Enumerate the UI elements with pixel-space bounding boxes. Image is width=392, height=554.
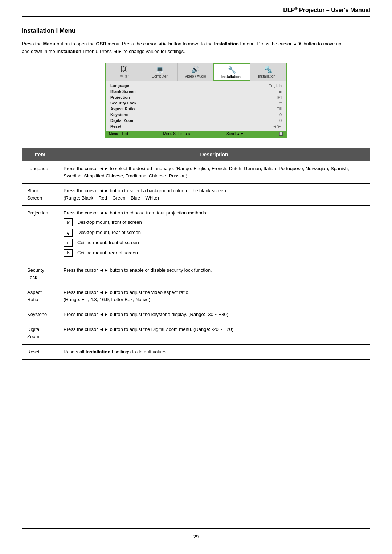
- proj-method-desktop-front: P Desktop mount, front of screen: [64, 218, 365, 226]
- osd-menu-image: 🖼 Image 💻 Computer 🔊 Video / Audio 🔧 Ins…: [22, 63, 370, 138]
- item-blank-screen: BlankScreen: [22, 184, 58, 206]
- osd-tab-installation-i: 🔧 Installation I: [213, 63, 250, 81]
- proj-label-desktop-front: Desktop mount, front of screen: [77, 219, 142, 226]
- osd-tab-installation-ii: 🔩 Installation II: [250, 63, 286, 81]
- osd-box: 🖼 Image 💻 Computer 🔊 Video / Audio 🔧 Ins…: [105, 63, 287, 138]
- section-heading: Installation I Menu: [22, 27, 370, 34]
- item-projection: Projection: [22, 206, 58, 263]
- desc-projection: Press the cursor ◄► button to choose fro…: [58, 206, 370, 263]
- item-security-lock: SecurityLock: [22, 263, 58, 285]
- col-description-header: Description: [58, 148, 370, 161]
- osd-scroll-label: Scroll ▲▼: [226, 132, 244, 136]
- osd-row-language: Language English: [110, 83, 282, 89]
- proj-icon-d: d: [64, 239, 73, 247]
- item-aspect-ratio: AspectRatio: [22, 285, 58, 307]
- installation-table: Item Description Language Press the curs…: [22, 148, 370, 360]
- osd-row-keystone: Keystone 0: [110, 112, 282, 118]
- item-keystone: Keystone: [22, 307, 58, 322]
- proj-icon-P: P: [64, 218, 73, 226]
- proj-label-desktop-rear: Desktop mount, rear of screen: [77, 229, 141, 236]
- desc-blank-screen: Press the cursor ◄► button to select a b…: [58, 184, 370, 206]
- col-item-header: Item: [22, 148, 58, 161]
- desc-digital-zoom: Press the cursor ◄► button to adjust the…: [58, 322, 370, 344]
- video-audio-tab-icon: 🔊: [179, 66, 213, 74]
- page-header: DLP® Projector – User's Manual: [22, 0, 370, 17]
- desc-reset: Resets all Installation I settings to de…: [58, 344, 370, 359]
- osd-menu-exit-label: Menu = Exit: [109, 132, 128, 136]
- intro-text: Press the Menu button to open the OSD me…: [22, 40, 348, 56]
- osd-menu-select-label: Menu Select ◄►: [163, 132, 191, 136]
- item-language: Language: [22, 161, 58, 183]
- desc-aspect-ratio: Press the cursor ◄► button to adjust the…: [58, 285, 370, 307]
- table-row-blank-screen: BlankScreen Press the cursor ◄► button t…: [22, 184, 370, 206]
- osd-row-aspect-ratio: Aspect Ratio Fill: [110, 106, 282, 112]
- osd-row-blank-screen: Blank Screen ■: [110, 89, 282, 94]
- proj-method-ceiling-rear: b Ceiling mount, rear of screen: [64, 249, 365, 257]
- installation-i-tab-icon: 🔧: [215, 66, 249, 74]
- item-digital-zoom: DigitalZoom: [22, 322, 58, 344]
- desc-language: Press the cursor ◄► to select the desire…: [58, 161, 370, 183]
- table-row-security-lock: SecurityLock Press the cursor ◄► button …: [22, 263, 370, 285]
- desc-keystone: Press the cursor ◄► button to adjust the…: [58, 307, 370, 322]
- item-reset: Reset: [22, 344, 58, 359]
- table-row-keystone: Keystone Press the cursor ◄► button to a…: [22, 307, 370, 322]
- proj-icon-q: q: [64, 229, 73, 237]
- osd-info-icon: 🔲: [279, 132, 283, 136]
- table-row-reset: Reset Resets all Installation I settings…: [22, 344, 370, 359]
- osd-tab-video-audio: 🔊 Video / Audio: [178, 63, 214, 81]
- proj-label-ceiling-front: Ceiling mount, front of screen: [77, 239, 139, 246]
- table-row-digital-zoom: DigitalZoom Press the cursor ◄► button t…: [22, 322, 370, 344]
- table-row-aspect-ratio: AspectRatio Press the cursor ◄► button t…: [22, 285, 370, 307]
- projection-intro: Press the cursor ◄► button to choose fro…: [64, 209, 365, 217]
- page-footer: – 29 –: [22, 528, 370, 543]
- table-row-projection: Projection Press the cursor ◄► button to…: [22, 206, 370, 263]
- osd-row-projection: Projection [P]: [110, 94, 282, 100]
- osd-row-digital-zoom: Digital Zoom 0: [110, 118, 282, 123]
- osd-row-security-lock: Security Lock Off: [110, 100, 282, 106]
- osd-tab-image: 🖼 Image: [106, 63, 142, 81]
- projection-methods: P Desktop mount, front of screen q Deskt…: [64, 218, 365, 257]
- table-row-language: Language Press the cursor ◄► to select t…: [22, 161, 370, 183]
- osd-row-reset: Reset ◄/►: [110, 123, 282, 129]
- computer-tab-icon: 💻: [143, 66, 177, 74]
- osd-tab-computer: 💻 Computer: [142, 63, 178, 81]
- image-tab-icon: 🖼: [107, 66, 141, 73]
- proj-label-ceiling-rear: Ceiling mount, rear of screen: [77, 249, 138, 257]
- desc-security-lock: Press the cursor ◄► button to enable or …: [58, 263, 370, 285]
- page-number: – 29 –: [189, 534, 203, 539]
- proj-method-ceiling-front: d Ceiling mount, front of screen: [64, 239, 365, 247]
- osd-menu-rows: Language English Blank Screen ■ Projecti…: [106, 81, 286, 131]
- osd-bottom-bar: Menu = Exit Menu Select ◄► Scroll ▲▼ 🔲: [106, 131, 286, 137]
- installation-ii-tab-icon: 🔩: [251, 66, 285, 74]
- osd-tabs: 🖼 Image 💻 Computer 🔊 Video / Audio 🔧 Ins…: [106, 63, 286, 81]
- proj-icon-b: b: [64, 249, 73, 257]
- page-header-title: DLP® Projector – User's Manual: [283, 7, 370, 13]
- proj-method-desktop-rear: q Desktop mount, rear of screen: [64, 229, 365, 237]
